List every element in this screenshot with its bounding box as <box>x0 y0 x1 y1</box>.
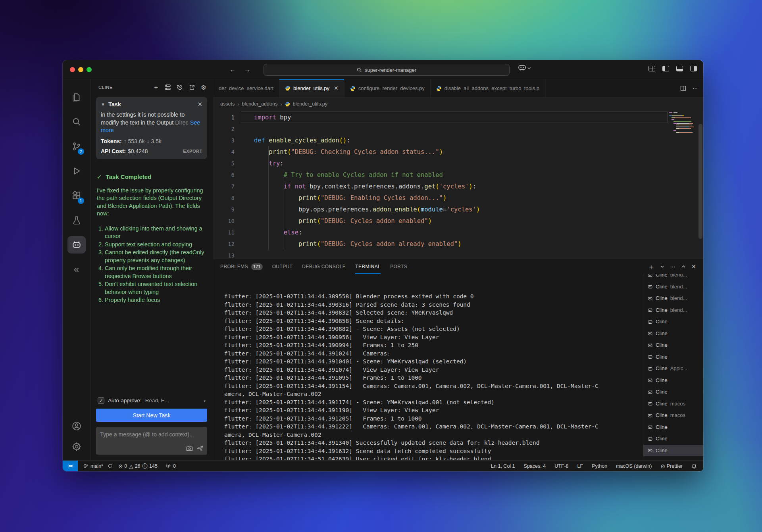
sidebar-item-search[interactable] <box>67 109 86 134</box>
toggle-secondary-sidebar-icon[interactable] <box>690 66 697 71</box>
remote-indicator[interactable]: >< <box>63 461 78 471</box>
toggle-panel-icon[interactable] <box>676 66 683 71</box>
terminal-session-item[interactable]: Cline <box>643 351 703 363</box>
cursor-position-item[interactable]: Ln 1, Col 1 <box>491 463 515 469</box>
more-actions-icon[interactable]: ⋯ <box>693 85 698 91</box>
breadcrumb-file[interactable]: blender_utils.py <box>293 101 328 107</box>
sidebar-item-extension-chevrons[interactable]: « <box>67 257 86 282</box>
sidebar-item-cline[interactable] <box>67 232 86 257</box>
sidebar-item-extensions[interactable]: 1 <box>67 183 86 208</box>
code-line: 4 print("DEBUG: Checking Cycles addon st… <box>213 146 668 157</box>
terminal-session-item[interactable]: Cline <box>643 421 703 433</box>
history-icon[interactable] <box>176 84 183 91</box>
camera-icon[interactable] <box>186 446 193 451</box>
command-center-search[interactable]: super-render-manager <box>264 64 510 76</box>
export-button[interactable]: EXPORT <box>183 149 202 154</box>
encoding-item[interactable]: UTF-8 <box>554 463 568 469</box>
terminal-session-item[interactable]: Cline macos <box>643 409 703 421</box>
start-new-task-button[interactable]: Start New Task <box>96 409 207 422</box>
editor-tab[interactable]: disable_all_addons_except_turbo_tools.p … <box>431 79 545 97</box>
minimize-window-button[interactable] <box>78 67 83 72</box>
notifications-bell-icon[interactable] <box>691 463 697 469</box>
activity-bar: 2 1 « <box>63 79 90 460</box>
code-token: "DEBUG: Checking Cycles addon status..." <box>291 148 439 156</box>
indent-guide <box>283 169 283 250</box>
terminal-session-item[interactable]: Cline <box>643 328 703 340</box>
panel-tab[interactable]: PORTS <box>390 259 407 274</box>
new-terminal-icon[interactable]: ＋ <box>648 262 654 271</box>
language-item[interactable]: Python <box>592 463 607 469</box>
copilot-menu[interactable] <box>518 65 531 71</box>
terminal-session-item[interactable]: Cline macos <box>643 398 703 410</box>
open-in-editor-icon[interactable] <box>188 84 195 91</box>
code-editor[interactable]: 1 import bpy 2 3 def enable_cycles_addon… <box>213 110 703 259</box>
sidebar-item-source-control[interactable]: 2 <box>67 134 86 159</box>
terminal-dropdown-icon[interactable] <box>660 265 664 268</box>
close-panel-icon[interactable]: ✕ <box>691 263 696 270</box>
sidebar-item-run-debug[interactable] <box>67 159 86 183</box>
sync-icon[interactable] <box>108 463 113 469</box>
problems-item[interactable]: ⊗0 △26 ⓘ145 <box>118 463 158 470</box>
new-task-icon[interactable]: ＋ <box>152 84 160 91</box>
session-label: Cline <box>656 284 668 290</box>
panel-tab[interactable]: OUTPUT <box>272 259 293 274</box>
panel-tab[interactable]: DEBUG CONSOLE <box>302 259 346 274</box>
ports-item[interactable]: 0 <box>165 463 176 469</box>
line-number: 5 <box>213 160 241 167</box>
source-control-badge: 2 <box>78 148 84 155</box>
code-token: else <box>284 229 298 236</box>
toggle-primary-sidebar-icon[interactable] <box>662 66 669 71</box>
code-token: bpy <box>276 114 291 121</box>
back-icon[interactable]: ← <box>229 66 236 74</box>
forward-icon[interactable]: → <box>244 66 251 74</box>
terminal-session-item[interactable]: Cline <box>643 386 703 398</box>
accounts-button[interactable] <box>67 416 86 436</box>
terminal-output[interactable]: flutter: [2025-01-02T11:34:44.389558] Bl… <box>213 274 643 460</box>
editor-tab[interactable]: configure_render_devices.py ✕ <box>344 79 431 97</box>
settings-gear-icon[interactable]: ⚙ <box>200 84 207 91</box>
terminal-session-item[interactable]: Cline blend... <box>643 274 703 281</box>
code-token: : <box>280 160 283 167</box>
sidebar-item-testing[interactable] <box>67 208 86 232</box>
close-window-button[interactable] <box>70 67 75 72</box>
terminal-session-item[interactable]: Cline blend... <box>643 304 703 316</box>
customize-layout-icon[interactable] <box>648 66 655 71</box>
code-token: ) <box>428 217 432 225</box>
mcp-servers-icon[interactable] <box>164 84 171 91</box>
eol-item[interactable]: LF <box>577 463 583 469</box>
terminal-session-item[interactable]: Cline <box>643 316 703 328</box>
editor-tab[interactable]: blender_utils.py ✕ <box>279 79 344 97</box>
terminal-session-item[interactable]: Cline <box>643 433 703 445</box>
maximize-window-button[interactable] <box>87 67 92 72</box>
more-actions-icon[interactable]: ⋯ <box>670 263 675 270</box>
terminal-session-item[interactable]: Cline <box>643 375 703 386</box>
close-tab-icon[interactable]: ✕ <box>334 85 339 91</box>
auto-approve-checkbox[interactable]: ✓ <box>98 397 104 404</box>
breadcrumb-item[interactable]: assets <box>220 101 235 107</box>
indentation-item[interactable]: Spaces: 4 <box>524 463 546 469</box>
editor-tab[interactable]: der_device_service.dart ✕ <box>213 79 279 97</box>
formatter-item[interactable]: ⊘Prettier <box>660 463 683 469</box>
session-label: Cline <box>656 330 668 336</box>
terminal-session-item[interactable]: Cline <box>643 445 703 457</box>
send-icon[interactable] <box>197 446 203 451</box>
terminal-session-item[interactable]: Cline blend... <box>643 281 703 293</box>
panel-tab[interactable]: PROBLEMS 171 <box>220 259 263 274</box>
code-token <box>254 194 298 202</box>
collapse-task-icon[interactable]: ▼ <box>101 102 105 107</box>
settings-button[interactable] <box>67 436 86 457</box>
close-task-icon[interactable]: ✕ <box>197 101 202 108</box>
terminal-session-item[interactable]: Cline blend... <box>643 292 703 304</box>
git-branch-item[interactable]: main* <box>83 463 113 469</box>
terminal-session-item[interactable]: Cline <box>643 339 703 351</box>
terminal-session-item[interactable]: Cline Applc... <box>643 363 703 375</box>
sidebar-item-explorer[interactable] <box>67 85 86 109</box>
code-line: 8 print("DEBUG: Enabling Cycles addon...… <box>213 192 668 204</box>
breadcrumb-item[interactable]: blender_addons <box>242 101 277 107</box>
split-editor-icon[interactable] <box>680 85 686 91</box>
panel-tab[interactable]: TERMINAL <box>355 259 381 274</box>
minimap[interactable] <box>669 112 697 135</box>
editor-scrollbar[interactable] <box>698 124 702 239</box>
maximize-panel-icon[interactable] <box>681 265 685 268</box>
auto-approve-row[interactable]: ✓ Auto-approve: Read, E... › <box>98 397 206 404</box>
